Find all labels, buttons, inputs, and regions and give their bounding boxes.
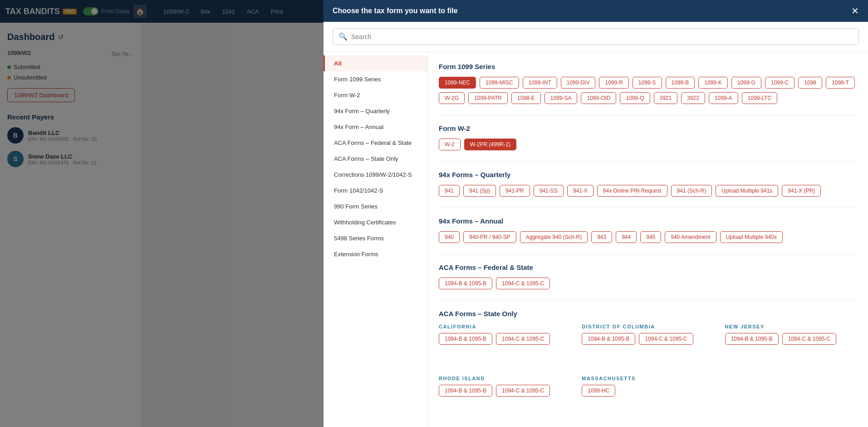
modal-title: Choose the tax form you want to file [333,7,458,15]
modal: Choose the tax form you want to file ✕ 🔍… [324,0,868,23]
close-button[interactable]: ✕ [851,6,859,15]
search-area: 🔍 [324,22,868,23]
modal-overlay: Choose the tax form you want to file ✕ 🔍… [0,0,868,23]
modal-header: Choose the tax form you want to file ✕ [324,0,868,22]
